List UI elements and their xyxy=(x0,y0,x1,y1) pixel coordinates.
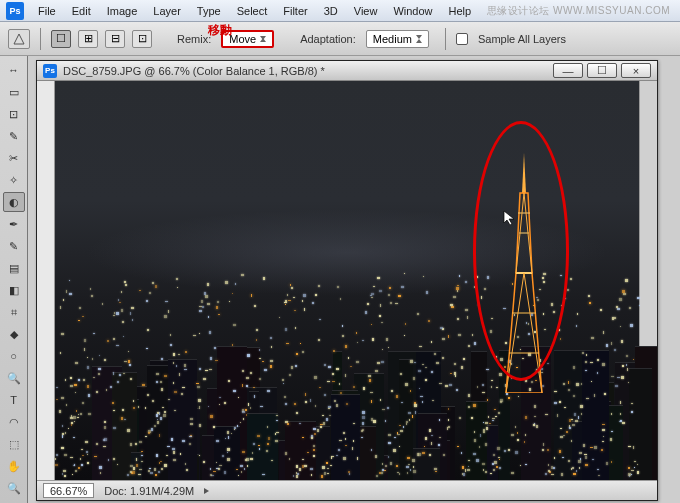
canvas-area[interactable] xyxy=(37,81,657,480)
gradient-tool-icon[interactable]: ⌗ xyxy=(3,302,25,322)
menu-type[interactable]: Type xyxy=(189,0,229,22)
status-bar: 66.67% Doc: 1.91M/4.29M xyxy=(37,480,657,500)
sample-all-label: Sample All Layers xyxy=(478,33,566,45)
menu-layer[interactable]: Layer xyxy=(145,0,189,22)
zoom-field[interactable]: 66.67% xyxy=(43,483,94,498)
mode-new-button[interactable]: ☐ xyxy=(51,30,71,48)
tool-preset-icon[interactable] xyxy=(8,29,30,49)
status-arrow-icon[interactable] xyxy=(204,488,209,494)
menu-image[interactable]: Image xyxy=(99,0,146,22)
move-tool-icon[interactable]: ↔ xyxy=(3,60,25,80)
toolbox: ↔ ▭ ⊡ ✎ ✂ ✧ ◐ ✒ ✎ ▤ ◧ ⌗ ◆ ○ 🔍 T ◠ ⬚ ✋ 🔍 xyxy=(0,56,28,503)
eyedropper-tool-icon[interactable]: ✧ xyxy=(3,170,25,190)
menu-select[interactable]: Select xyxy=(229,0,276,22)
marquee-tool-icon[interactable]: ▭ xyxy=(3,82,25,102)
wand-tool-icon[interactable]: ✎ xyxy=(3,126,25,146)
document-title: DSC_8759.JPG @ 66.7% (Color Balance 1, R… xyxy=(63,65,553,77)
zoom-tool-icon[interactable]: 🔍 xyxy=(3,478,25,498)
doc-size-label: Doc: 1.91M/4.29M xyxy=(104,485,194,497)
stamp-tool-icon[interactable]: ✎ xyxy=(3,236,25,256)
lasso-tool-icon[interactable]: ⊡ xyxy=(3,104,25,124)
mode-add-button[interactable]: ⊞ xyxy=(78,30,98,48)
adaptation-value: Medium xyxy=(373,33,412,45)
crop-tool-icon[interactable]: ✂ xyxy=(3,148,25,168)
brush-tool-icon[interactable]: ✒ xyxy=(3,214,25,234)
close-button[interactable]: × xyxy=(621,63,651,78)
maximize-button[interactable]: ☐ xyxy=(587,63,617,78)
blur-tool-icon[interactable]: ◆ xyxy=(3,324,25,344)
divider xyxy=(40,28,41,50)
menu-3d[interactable]: 3D xyxy=(316,0,346,22)
pen-tool-icon[interactable]: 🔍 xyxy=(3,368,25,388)
app-logo-icon: Ps xyxy=(6,2,24,20)
menu-view[interactable]: View xyxy=(346,0,386,22)
remix-value: Move xyxy=(229,33,256,45)
adaptation-dropdown[interactable]: Medium xyxy=(366,30,429,48)
type-tool-icon[interactable]: T xyxy=(3,390,25,410)
mode-intersect-button[interactable]: ⊡ xyxy=(132,30,152,48)
adaptation-label: Adaptation: xyxy=(300,33,356,45)
menu-filter[interactable]: Filter xyxy=(275,0,315,22)
document-window: Ps DSC_8759.JPG @ 66.7% (Color Balance 1… xyxy=(36,60,658,501)
dodge-tool-icon[interactable]: ○ xyxy=(3,346,25,366)
document-titlebar: Ps DSC_8759.JPG @ 66.7% (Color Balance 1… xyxy=(37,61,657,81)
annotation-text: 移動 xyxy=(208,22,232,39)
menu-edit[interactable]: Edit xyxy=(64,0,99,22)
sample-all-checkbox[interactable] xyxy=(456,33,468,45)
options-bar: ☐ ⊞ ⊟ ⊡ Remix: Move Adaptation: Medium S… xyxy=(0,22,680,56)
doc-icon: Ps xyxy=(43,64,57,78)
menu-file[interactable]: File xyxy=(30,0,64,22)
path-tool-icon[interactable]: ◠ xyxy=(3,412,25,432)
menu-help[interactable]: Help xyxy=(441,0,480,22)
shape-tool-icon[interactable]: ⬚ xyxy=(3,434,25,454)
watermark: 思缘设计论坛 WWW.MISSYUAN.COM xyxy=(487,4,670,18)
history-brush-tool-icon[interactable]: ▤ xyxy=(3,258,25,278)
workspace: ↔ ▭ ⊡ ✎ ✂ ✧ ◐ ✒ ✎ ▤ ◧ ⌗ ◆ ○ 🔍 T ◠ ⬚ ✋ 🔍 … xyxy=(0,56,680,503)
mode-subtract-button[interactable]: ⊟ xyxy=(105,30,125,48)
eraser-tool-icon[interactable]: ◧ xyxy=(3,280,25,300)
hand-tool-icon[interactable]: ✋ xyxy=(3,456,25,476)
image-content xyxy=(55,81,639,480)
divider xyxy=(445,28,446,50)
menu-window[interactable]: Window xyxy=(385,0,440,22)
healing-tool-icon[interactable]: ◐ xyxy=(3,192,25,212)
minimize-button[interactable]: — xyxy=(553,63,583,78)
remix-label: Remix: xyxy=(177,33,211,45)
scrollbar-left[interactable] xyxy=(37,81,55,480)
